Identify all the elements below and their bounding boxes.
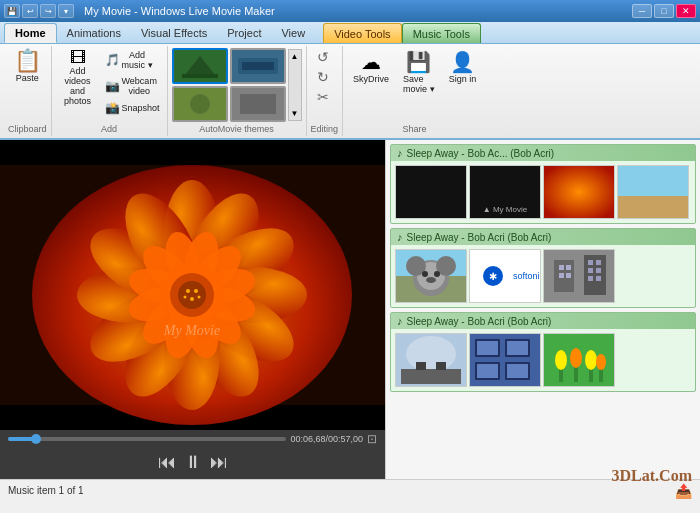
fast-forward-button[interactable]: ⏭ <box>210 452 228 473</box>
svg-rect-87 <box>507 364 528 378</box>
svg-rect-47 <box>618 196 688 218</box>
music-section-3-title: Sleep Away - Bob Acri (Bob Acri) <box>407 316 552 327</box>
themes-group-label: AutoMovie themes <box>199 124 274 134</box>
ribbon: 📋 Paste Clipboard 🎞 Add videosand photos… <box>0 44 700 140</box>
status-text: Music item 1 of 1 <box>8 485 84 496</box>
video-canvas: My Movie <box>0 140 385 430</box>
svg-point-56 <box>426 277 436 283</box>
tab-animations[interactable]: Animations <box>57 23 131 43</box>
quick-redo-btn[interactable]: ↪ <box>40 4 56 18</box>
rotate-left-button[interactable]: ↺ <box>314 48 335 66</box>
themes-scroll-btn[interactable]: ▲ ▼ <box>288 49 302 121</box>
tab-video-tools[interactable]: Video Tools <box>323 23 401 43</box>
share-group-label: Share <box>403 124 427 134</box>
thumb-2-3[interactable] <box>543 249 615 303</box>
music-note-icon-2: ♪ <box>397 231 403 243</box>
add-music-button[interactable]: 🎵 Addmusic ▾ <box>102 48 163 72</box>
paste-icon: 📋 <box>14 50 41 72</box>
ribbon-group-share: ☁ SkyDrive 💾 Savemovie ▾ 👤 Sign in Share <box>343 46 486 136</box>
snapshot-icon: 📸 <box>105 102 120 114</box>
theme-3[interactable] <box>172 86 228 122</box>
music-section-1-header: ♪ Sleep Away - Bob Ac... (Bob Acri) <box>391 145 695 161</box>
music-section-2-title: Sleep Away - Bob Acri (Bob Acri) <box>407 232 552 243</box>
webcam-label: Webcamvideo <box>122 76 157 96</box>
paste-label: Paste <box>16 73 39 83</box>
theme-1[interactable] <box>172 48 228 84</box>
play-pause-button[interactable]: ⏸ <box>184 452 202 473</box>
maximize-btn[interactable]: □ <box>654 4 674 18</box>
tab-view[interactable]: View <box>271 23 315 43</box>
tab-visual-effects[interactable]: Visual Effects <box>131 23 217 43</box>
snapshot-label: Snapshot <box>122 103 160 113</box>
svg-text:My Movie: My Movie <box>163 323 220 338</box>
rewind-button[interactable]: ⏮ <box>158 452 176 473</box>
thumb-2-1[interactable] <box>395 249 467 303</box>
title-card[interactable]: ▲ My Movie <box>469 165 541 219</box>
theme-4[interactable] <box>230 86 286 122</box>
progress-thumb[interactable] <box>31 434 41 444</box>
themes-content: ▲ ▼ <box>172 48 302 122</box>
trim-button[interactable]: ✂ <box>314 88 332 106</box>
snapshot-button[interactable]: 📸 Snapshot <box>102 100 163 116</box>
thumb-2-2[interactable]: ✱ softonic <box>469 249 541 303</box>
main-content: My Movie 00:06,68/00:57,00 ⊡ ⏮ ⏸ ⏭ <box>0 140 700 479</box>
music-section-3-header: ♪ Sleep Away - Bob Acri (Bob Acri) <box>391 313 695 329</box>
add-videos-button[interactable]: 🎞 Add videosand photos <box>56 48 100 108</box>
thumb-1-2[interactable] <box>543 165 615 219</box>
rotate-right-icon: ↻ <box>317 69 329 85</box>
add-music-icon: 🎵 <box>105 54 120 66</box>
minimize-btn[interactable]: ─ <box>632 4 652 18</box>
ribbon-group-clipboard: 📋 Paste Clipboard <box>4 46 52 136</box>
thumb-3-2[interactable] <box>469 333 541 387</box>
svg-text:softonic: softonic <box>513 271 539 281</box>
thumb-3-1[interactable] <box>395 333 467 387</box>
svg-rect-73 <box>596 276 601 281</box>
thumb-1-3[interactable] <box>617 165 689 219</box>
svg-rect-83 <box>507 341 528 355</box>
tab-music-tools[interactable]: Music Tools <box>402 23 481 43</box>
tab-project[interactable]: Project <box>217 23 271 43</box>
thumb-3-3[interactable] <box>543 333 615 387</box>
video-frame: My Movie <box>0 140 385 430</box>
quick-undo-btn[interactable]: ↩ <box>22 4 38 18</box>
svg-point-96 <box>596 354 606 370</box>
clipboard-group-label: Clipboard <box>8 124 47 134</box>
progress-bar[interactable] <box>8 437 286 441</box>
svg-point-40 <box>190 297 194 301</box>
webcam-icon: 📷 <box>105 80 120 92</box>
quick-save-btn[interactable]: 💾 <box>4 4 20 18</box>
svg-point-94 <box>585 350 597 370</box>
close-btn[interactable]: ✕ <box>676 4 696 18</box>
progress-bar-container: 00:06,68/00:57,00 ⊡ <box>8 432 377 446</box>
quick-dropdown-btn[interactable]: ▾ <box>58 4 74 18</box>
svg-point-41 <box>184 296 187 299</box>
share-content: ☁ SkyDrive 💾 Savemovie ▾ 👤 Sign in <box>347 48 482 122</box>
save-movie-button[interactable]: 💾 Savemovie ▾ <box>397 48 441 96</box>
svg-point-39 <box>194 289 198 293</box>
sign-in-button[interactable]: 👤 Sign in <box>443 48 483 86</box>
save-movie-label: Savemovie ▾ <box>403 74 435 94</box>
rotate-right-button[interactable]: ↻ <box>314 68 335 86</box>
svg-point-90 <box>555 350 567 370</box>
skydrive-label: SkyDrive <box>353 74 389 84</box>
svg-rect-72 <box>588 276 593 281</box>
svg-rect-5 <box>242 62 274 70</box>
webcam-video-button[interactable]: 📷 Webcamvideo <box>102 74 163 98</box>
timeline-panel: ♪ Sleep Away - Bob Ac... (Bob Acri) ▲ My… <box>385 140 700 479</box>
title-bar-left: 💾 ↩ ↪ ▾ My Movie - Windows Live Movie Ma… <box>4 4 275 18</box>
ribbon-group-add: 🎞 Add videosand photos 🎵 Addmusic ▾ 📷 We… <box>52 46 168 136</box>
svg-rect-63 <box>559 265 564 270</box>
tab-home[interactable]: Home <box>4 23 57 43</box>
svg-point-7 <box>190 94 210 114</box>
theme-2[interactable] <box>230 48 286 84</box>
music-section-3: ♪ Sleep Away - Bob Acri (Bob Acri) <box>390 312 696 392</box>
section-3-thumbnails <box>391 329 695 391</box>
skydrive-button[interactable]: ☁ SkyDrive <box>347 48 395 86</box>
paste-button[interactable]: 📋 Paste <box>9 48 45 85</box>
svg-rect-68 <box>588 260 593 265</box>
trim-icon: ✂ <box>317 89 329 105</box>
thumb-1-1[interactable] <box>395 165 467 219</box>
svg-rect-70 <box>588 268 593 273</box>
add-videos-icon: 🎞 <box>70 50 86 66</box>
fullscreen-button[interactable]: ⊡ <box>367 432 377 446</box>
